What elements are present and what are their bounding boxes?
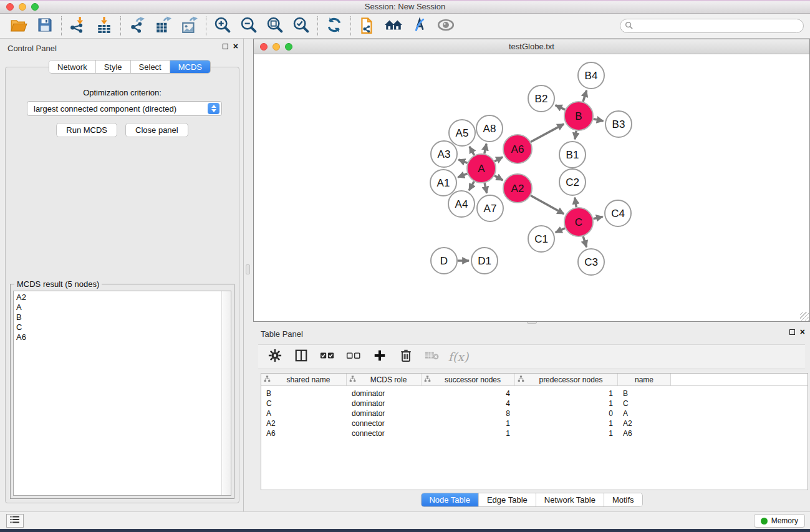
graph-node-C2[interactable]: C2 (559, 169, 586, 195)
show-graphics-details-button[interactable] (435, 16, 457, 37)
list-item[interactable]: A2 (16, 293, 26, 302)
resize-grip-icon[interactable] (800, 312, 809, 321)
graph-node-A5[interactable]: A5 (449, 120, 475, 146)
home-layout-button[interactable] (382, 16, 405, 37)
graph-node-C4[interactable]: C4 (605, 200, 631, 226)
zoom-out-button[interactable] (238, 16, 260, 37)
tab-edge-table[interactable]: Edge Table (479, 493, 536, 506)
search-input[interactable] (633, 21, 803, 32)
list-item[interactable]: A (16, 302, 26, 312)
show-task-history-button[interactable] (6, 514, 24, 528)
graph-edge-A-A1[interactable] (458, 173, 467, 177)
tab-network-table[interactable]: Network Table (536, 493, 604, 506)
graph-node-A3[interactable]: A3 (431, 141, 457, 167)
graph-node-A4[interactable]: A4 (448, 191, 475, 217)
graph-edge-B-B1[interactable] (575, 131, 576, 140)
export-network-button[interactable] (126, 16, 148, 37)
graph-edge-A-A7[interactable] (485, 183, 487, 193)
graph-node-C1[interactable]: C1 (528, 226, 554, 252)
delete-table-button[interactable] (424, 349, 440, 365)
close-panel-button[interactable]: Close panel (125, 123, 188, 137)
close-panel-icon[interactable]: × (233, 44, 238, 49)
refresh-button[interactable] (323, 16, 345, 37)
graph-node-A[interactable]: A (467, 154, 496, 183)
list-item[interactable]: B (16, 312, 26, 322)
graph-edge-B-B4[interactable] (583, 90, 587, 102)
column-header-predecessor-nodes[interactable]: predecessor nodes (515, 374, 618, 385)
table-row[interactable]: A2 connector 1 1 A2 (261, 418, 808, 428)
zoom-selected-button[interactable] (290, 16, 312, 37)
delete-column-button[interactable] (398, 349, 414, 365)
graph-node-B1[interactable]: B1 (559, 142, 586, 168)
list-item[interactable]: A6 (16, 332, 26, 342)
tab-node-table[interactable]: Node Table (421, 493, 479, 506)
graph-edge-A-A3[interactable] (458, 160, 467, 163)
graph-node-B4[interactable]: B4 (578, 62, 604, 89)
tab-motifs[interactable]: Motifs (604, 493, 642, 506)
graph-node-D[interactable]: D (431, 248, 457, 274)
graph-edge-A-A2[interactable] (494, 176, 503, 180)
open-session-button[interactable] (7, 16, 30, 37)
network-canvas[interactable]: B4B2BB3A8A5A6A3B1AA1C2A2A4A7C4CC1C3DD1 (254, 55, 809, 321)
column-header-shared-name[interactable]: shared name (261, 374, 347, 385)
graph-edge-C-C1[interactable] (556, 228, 565, 233)
search-field[interactable] (620, 19, 804, 33)
graph-node-A7[interactable]: A7 (477, 195, 503, 221)
graph-edge-B-B2[interactable] (556, 105, 566, 110)
function-builder-button[interactable]: f(x) (450, 349, 466, 365)
table-row[interactable]: A dominator 8 0 A (261, 409, 808, 418)
float-panel-icon[interactable] (223, 44, 228, 49)
zoom-in-button[interactable] (211, 16, 234, 37)
save-session-button[interactable] (34, 16, 56, 37)
run-mcds-button[interactable]: Run MCDS (56, 123, 117, 137)
graph-edge-B-B3[interactable] (594, 119, 604, 121)
graph-edge-C-C4[interactable] (593, 216, 602, 218)
export-table-button[interactable] (152, 16, 175, 37)
optimization-criterion-dropdown[interactable]: largest connected component (directed) (27, 101, 222, 116)
graph-node-A6[interactable]: A6 (503, 135, 532, 163)
select-all-button[interactable] (319, 349, 335, 365)
column-header-name[interactable]: name (618, 374, 671, 385)
create-column-button[interactable] (372, 349, 388, 365)
graph-edge-C-C2[interactable] (575, 198, 576, 208)
column-header-successor-nodes[interactable]: successor nodes (422, 374, 515, 385)
graph-node-C3[interactable]: C3 (578, 249, 604, 275)
table-settings-button[interactable] (267, 349, 283, 365)
memory-button[interactable]: Memory (754, 514, 805, 528)
tab-network[interactable]: Network (49, 60, 96, 73)
graph-edge-A6-B[interactable] (531, 124, 564, 142)
graph-node-B[interactable]: B (564, 102, 593, 130)
table-row[interactable]: B dominator 4 1 B (261, 389, 808, 399)
column-header-mcds-role[interactable]: MCDS role (347, 374, 422, 385)
list-scrollbar[interactable] (221, 291, 231, 495)
unselect-all-button[interactable] (345, 349, 362, 365)
graph-edge-A-A8[interactable] (485, 143, 486, 153)
hide-labels-button[interactable] (408, 16, 431, 37)
mcds-result-list[interactable]: A2 A B C A6 (13, 291, 231, 496)
graph-node-A2[interactable]: A2 (503, 174, 532, 203)
graph-node-B2[interactable]: B2 (528, 85, 554, 112)
graph-node-C[interactable]: C (564, 208, 593, 236)
import-table-button[interactable] (93, 16, 115, 37)
float-table-panel-icon[interactable] (789, 329, 795, 335)
table-row[interactable]: C dominator 4 1 C (261, 399, 808, 409)
graph-node-A8[interactable]: A8 (476, 115, 503, 142)
export-image-button[interactable] (178, 16, 201, 37)
network-window-titlebar[interactable]: testGlobe.txt (254, 39, 809, 54)
new-network-from-file-button[interactable] (356, 16, 378, 37)
graph-node-D1[interactable]: D1 (471, 248, 498, 274)
graph-node-A1[interactable]: A1 (430, 170, 456, 196)
show-columns-button[interactable] (293, 349, 309, 365)
graph-edge-A-A4[interactable] (469, 181, 474, 190)
close-table-panel-icon[interactable]: × (800, 329, 805, 335)
network-graph[interactable]: B4B2BB3A8A5A6A3B1AA1C2A2A4A7C4CC1C3DD1 (254, 55, 809, 321)
zoom-fit-button[interactable] (264, 16, 286, 37)
vertical-split-handle[interactable] (246, 264, 250, 274)
graph-edge-C-C3[interactable] (583, 236, 586, 247)
table-row[interactable]: A6 connector 1 1 A6 (261, 428, 808, 438)
graph-edge-A-A6[interactable] (494, 157, 503, 162)
import-network-button[interactable] (67, 16, 89, 37)
tab-select[interactable]: Select (131, 60, 170, 73)
list-item[interactable]: C (16, 322, 26, 332)
graph-edge-A2-C[interactable] (531, 196, 564, 214)
